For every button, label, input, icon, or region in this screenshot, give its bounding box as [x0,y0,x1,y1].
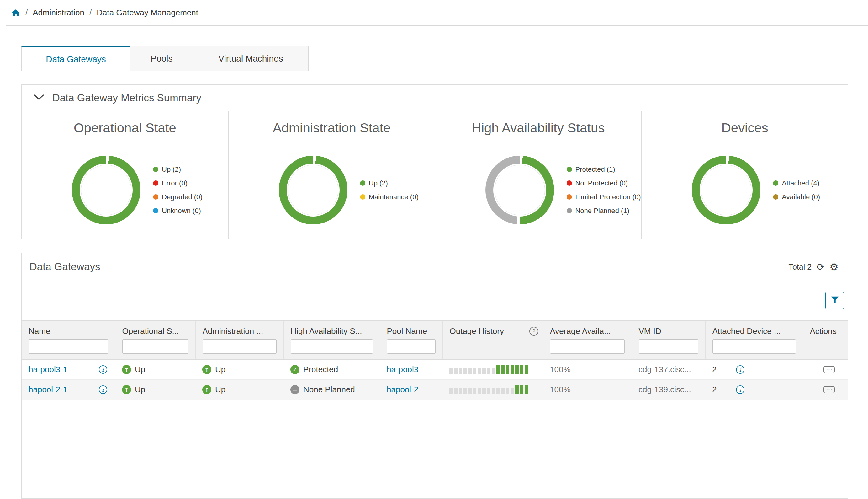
legend-label: Limited Protection (0) [576,193,641,201]
filter-average-availability-input[interactable] [550,339,625,354]
administration-state-cell: Up [196,380,284,400]
vm-id-cell: cdg-139.cisc... [631,380,705,400]
chart-operational-state: Operational State Up (2) Error (0) Degra… [22,111,228,239]
metrics-summary-title: Data Gateway Metrics Summary [52,92,201,104]
legend-dot [153,167,158,172]
legend-label: Protected (1) [576,166,615,173]
tab-pools[interactable]: Pools [130,46,193,71]
gateway-name-link[interactable]: ha-pool3-1 [28,365,95,374]
legend-dot [153,208,158,214]
legend-dot [153,181,158,186]
ha-status-cell: None Planned [284,380,380,400]
chart-administration-state: Administration State Up (2) Maintenance … [228,111,435,239]
legend-label: None Planned (1) [576,207,629,215]
filter-attached-devices-input[interactable] [713,339,796,354]
legend-dot [360,181,365,186]
table-row: ha-pool3-1 Up Up Protected ha-pool3 [22,360,848,380]
total-count: Total 2 [789,263,812,271]
chart-legend: Up (2) Maintenance (0) [360,179,419,201]
main-card: Data Gateways Pools Virtual Machines Dat… [5,25,868,499]
pool-name-link[interactable]: hapool-2 [387,385,418,394]
chart-legend: Protected (1) Not Protected (0) Limited … [567,166,641,215]
tab-data-gateways[interactable]: Data Gateways [21,46,130,71]
column-header-vm-id[interactable]: VM ID [631,321,705,338]
breadcrumb-item-data-gateway-management[interactable]: Data Gateway Management [97,8,198,17]
column-header-administration-state[interactable]: Administration ... [196,321,284,338]
metrics-summary-header[interactable]: Data Gateway Metrics Summary [22,85,848,111]
filter-vm-id-input[interactable] [639,339,699,354]
outage-history-bars [449,365,528,374]
legend-dot [360,194,365,199]
legend-label: Available (0) [782,193,820,201]
filter-ha-status-input[interactable] [291,339,373,354]
operational-state-donut [72,156,140,224]
filter-pool-name-input[interactable] [387,339,436,354]
actions-cell [803,380,848,400]
tab-bar: Data Gateways Pools Virtual Machines [21,46,848,71]
actions-ellipsis-button[interactable] [823,366,835,373]
filter-name-input[interactable] [28,339,108,354]
home-icon[interactable] [11,9,21,17]
legend-dot [567,167,572,172]
gateway-name-link[interactable]: hapool-2-1 [28,385,95,394]
attached-devices-cell: 2 [705,380,803,400]
legend-label: Up (2) [369,179,388,187]
ha-status-icon [290,385,300,394]
legend-dot [773,194,778,199]
vm-id-cell: cdg-137.cisc... [631,360,705,380]
up-arrow-icon [202,365,211,374]
chart-legend: Up (2) Error (0) Degraded (0) Unknown (0… [153,166,203,215]
operational-state-cell: Up [115,360,196,380]
tab-virtual-machines[interactable]: Virtual Machines [193,46,309,71]
info-icon[interactable] [736,386,744,394]
filter-funnel-icon [830,295,840,306]
high-availability-donut [486,156,554,224]
ha-status-cell: Protected [284,360,380,380]
help-icon[interactable] [529,327,538,336]
breadcrumb-item-administration[interactable]: Administration [33,8,84,17]
column-header-actions: Actions [803,321,848,338]
table-toolbar [22,281,848,311]
ha-status-icon [290,365,300,374]
column-header-name[interactable]: Name [22,321,115,338]
chart-high-availability-status: High Availability Status Protected (1) N… [435,111,642,239]
filter-button[interactable] [825,292,844,309]
refresh-icon[interactable] [817,261,825,272]
legend-label: Attached (4) [782,179,819,187]
administration-state-cell: Up [196,360,284,380]
outage-history-bars [449,386,528,394]
legend-label: Error (0) [162,179,188,187]
up-arrow-icon [122,365,131,374]
gear-icon[interactable] [829,261,839,273]
legend-label: Not Protected (0) [576,179,628,187]
column-header-pool-name[interactable]: Pool Name [380,321,442,338]
breadcrumb-separator: / [89,8,91,17]
actions-ellipsis-button[interactable] [823,386,835,393]
administration-state-donut [279,156,348,224]
column-header-outage-history[interactable]: Outage History [442,321,543,338]
legend-dot [153,194,158,199]
info-icon[interactable] [736,365,744,374]
data-gateways-table: Name Operational S... Administration ...… [22,320,848,400]
column-header-average-availability[interactable]: Average Availa... [543,321,631,338]
pool-name-cell: hapool-2 [380,380,442,400]
chevron-down-icon[interactable] [34,94,44,102]
pool-name-link[interactable]: ha-pool3 [387,365,418,374]
chart-devices: Devices Attached (4) Available (0) [641,111,848,239]
column-header-operational-state[interactable]: Operational S... [115,321,196,338]
pool-name-cell: ha-pool3 [380,360,442,380]
devices-donut [692,156,760,224]
filter-operational-state-input[interactable] [122,339,188,354]
info-icon[interactable] [99,386,107,394]
column-header-attached-devices[interactable]: Attached Device ... [705,321,803,338]
legend-label: Up (2) [162,166,181,173]
chart-title: Operational State [22,121,228,136]
metrics-charts-row: Operational State Up (2) Error (0) Degra… [22,111,848,239]
column-header-high-availability-status[interactable]: High Availability S... [284,321,380,338]
info-icon[interactable] [99,365,107,374]
metrics-summary-panel: Data Gateway Metrics Summary Operational… [21,84,848,239]
data-gateways-section: Data Gateways Total 2 Name [21,253,848,499]
filter-administration-state-input[interactable] [203,339,277,354]
data-gateways-header: Data Gateways Total 2 [22,253,848,281]
actions-cell [803,360,848,380]
